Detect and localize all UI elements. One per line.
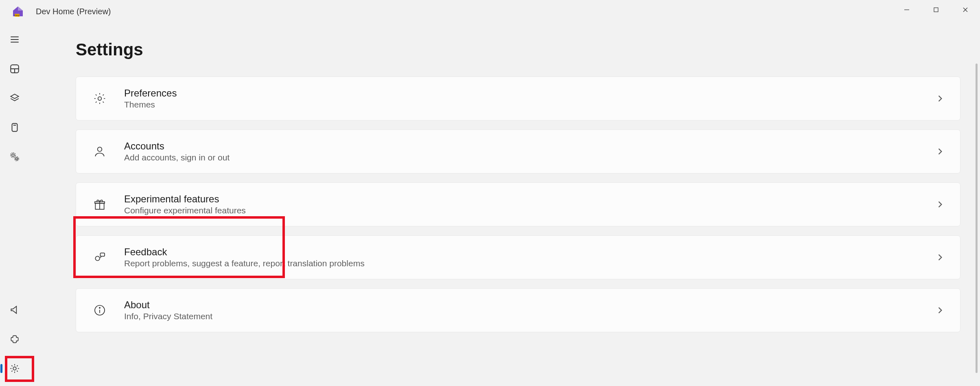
settings-item-accounts[interactable]: Accounts Add accounts, sign in or out [76,129,960,173]
gear-icon [92,91,107,106]
settings-item-experimental[interactable]: Experimental features Configure experime… [76,182,960,226]
svg-point-16 [16,158,18,160]
item-title: Experimental features [124,193,936,205]
item-title: Preferences [124,88,936,99]
svg-point-15 [11,153,15,158]
svg-point-19 [98,97,102,101]
gift-icon [92,197,107,212]
svg-point-28 [99,307,100,308]
app-title: Dev Home (Preview) [36,7,111,16]
settings-item-feedback[interactable]: Feedback Report problems, suggest a feat… [76,235,960,279]
chevron-right-icon [936,148,944,155]
sidebar [0,23,29,386]
svg-point-18 [13,367,16,370]
window-controls [892,0,980,20]
item-title: Feedback [124,246,936,258]
chevron-right-icon [936,307,944,314]
stack-nav[interactable] [2,86,27,110]
svg-text:PRE: PRE [15,14,20,17]
dashboard-nav[interactable] [2,57,27,81]
svg-rect-25 [100,253,105,256]
item-subtitle: Themes [124,100,936,110]
svg-point-14 [12,154,14,156]
chevron-right-icon [936,254,944,261]
item-subtitle: Configure experimental features [124,206,936,215]
menu-button[interactable] [2,28,27,51]
svg-point-20 [98,147,102,151]
item-title: About [124,299,936,311]
item-title: Accounts [124,140,936,152]
feedback-icon [92,250,107,265]
chevron-right-icon [936,95,944,102]
announce-nav[interactable] [2,298,27,322]
person-icon [92,144,107,159]
extension-nav[interactable] [2,327,27,351]
svg-point-24 [95,256,100,261]
device-nav[interactable] [2,116,27,139]
svg-rect-3 [934,8,938,12]
chevron-right-icon [936,201,944,208]
settings-item-preferences[interactable]: Preferences Themes [76,77,960,121]
app-icon: PRE [11,5,24,18]
item-subtitle: Report problems, suggest a feature, repo… [124,259,936,268]
item-subtitle: Add accounts, sign in or out [124,153,936,162]
svg-rect-12 [12,123,18,132]
page-title: Settings [76,40,960,59]
info-icon [92,303,107,318]
gears-nav[interactable] [2,145,27,169]
minimize-button[interactable] [892,0,921,20]
titlebar: PRE Dev Home (Preview) [0,0,980,23]
settings-item-about[interactable]: About Info, Privacy Statement [76,288,960,332]
item-subtitle: Info, Privacy Statement [124,311,936,321]
close-button[interactable] [951,0,980,20]
svg-point-17 [15,157,19,161]
scrollbar[interactable] [976,64,978,373]
settings-nav[interactable] [2,357,27,380]
main-content: Settings Preferences Themes Accounts Add… [29,23,980,386]
maximize-button[interactable] [921,0,951,20]
